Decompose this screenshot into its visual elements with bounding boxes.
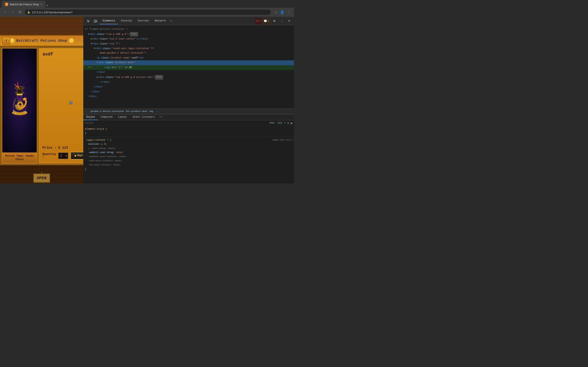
devtools-inspect-button[interactable] — [85, 18, 91, 24]
browser-window: ⚗ BatchCraft Potions Shop × + ← → ↻ 🔒 12… — [0, 0, 294, 184]
styles-tab-layout[interactable]: Layout — [115, 114, 130, 120]
product-image-card: Potion Type: Snake Charm — [2, 48, 37, 164]
purchase-dot-left — [75, 155, 76, 157]
price-value: 123 — [62, 146, 68, 150]
tree-line[interactable]: er framed potions-container > — [83, 27, 294, 32]
devtools-device-button[interactable] — [92, 18, 99, 24]
tree-line[interactable]: <p class="product-name">asdf</p> — [83, 56, 294, 60]
devtools-more-options[interactable]: ⋮ — [278, 18, 285, 24]
shop-coin-right: 🪙 — [69, 38, 74, 43]
product-detail-card: asdf 📷 Price : $ 123 Quantity : — [39, 48, 83, 164]
filter-copy-icon[interactable]: ⊞ — [287, 121, 289, 125]
warning-icon: ⚠ — [88, 147, 90, 150]
product-description-area: 📷 — [43, 59, 83, 146]
svg-point-17 — [25, 111, 26, 113]
price-display: Price : $ 123 — [43, 146, 83, 150]
tab-bar: ⚗ BatchCraft Potions Shop × + — [0, 0, 294, 8]
devtools-error-badge[interactable]: ✕ 1 — [255, 18, 262, 24]
devtools-toolbar: Elements Console Sources Network » ✕ 1 — [83, 17, 294, 25]
filter-add-button[interactable]: + — [284, 121, 286, 125]
tab-favicon: ⚗ — [5, 3, 8, 6]
styles-filter-input[interactable] — [85, 122, 267, 124]
tree-line-selected[interactable]: ▼<div class="product-desc"> — [83, 60, 294, 65]
svg-point-16 — [13, 110, 14, 111]
devtools-warning-badge[interactable]: 💬 1 — [262, 18, 270, 24]
styles-rules: element.style { } .rpgui-content * { rpg… — [83, 126, 294, 184]
styles-filter-bar: :hov .cls + ⊞ ▦ — [83, 120, 294, 126]
toolbar-extensions: ☆ 👤 ⋮ — [273, 9, 292, 15]
tree-line[interactable]: …</div> — [83, 80, 294, 85]
game-bottom-decoration: OPEN — [0, 165, 83, 184]
breadcrumb-dots: ... — [85, 110, 89, 113]
potion-type-label: Potion Type: Snake Charm — [2, 152, 37, 163]
svg-point-21 — [95, 22, 95, 22]
bookmark-button[interactable]: ☆ — [273, 9, 278, 15]
new-tab-button[interactable]: + — [46, 3, 49, 8]
open-sign: OPEN — [33, 174, 50, 183]
reload-button[interactable]: ↻ — [17, 9, 23, 15]
svg-point-9 — [15, 86, 25, 89]
devtools-settings-button[interactable]: ⚙ — [271, 18, 278, 24]
devtools-tab-elements[interactable]: Elements — [100, 17, 118, 24]
forward-button[interactable]: → — [10, 9, 16, 15]
tree-line[interactable]: </div> — [83, 90, 294, 94]
tab-title: BatchCraft Potions Shop — [10, 3, 39, 6]
tree-line[interactable]: </div> — [83, 94, 294, 99]
style-rule-rpgui: .rpgui-content * { rpgui.min.css:1 outli… — [83, 138, 294, 172]
browser-toolbar: ← → ↻ 🔒 127.0.0.1:1337/products/preview/… — [0, 8, 294, 17]
potion-illustration — [5, 80, 34, 121]
style-source[interactable]: rpgui.min.css:1 — [272, 138, 292, 142]
game-preview-area: 🪙 BatchCraft Potions Shop 🪙 — [0, 17, 83, 184]
html-tree[interactable]: er framed potions-container > ▼<div clas… — [83, 25, 294, 108]
styles-tab-computed[interactable]: Computed — [98, 114, 115, 120]
security-lock-icon: 🔒 — [27, 11, 30, 14]
address-bar[interactable]: 🔒 127.0.0.1:1337/products/preview/7 — [25, 9, 271, 15]
tree-line[interactable]: </div> — [83, 70, 294, 75]
style-selector: element.style { — [85, 128, 107, 131]
breadcrumb-item-desc[interactable]: div.product-desc — [126, 110, 148, 113]
tree-line[interactable]: ▼<div class="row w-100 g-0">flex — [83, 32, 294, 37]
devtools-tab-console[interactable]: Console — [118, 17, 135, 24]
tree-line[interactable]: ••• <img src="x"> == $0 — [83, 65, 294, 70]
profile-button[interactable]: 👤 — [279, 9, 285, 15]
breadcrumb-more: ... — [155, 110, 159, 113]
filter-hov[interactable]: :hov — [269, 122, 275, 124]
filter-layout-icon[interactable]: ▦ — [291, 121, 292, 125]
devtools-more-tabs[interactable]: » — [169, 17, 173, 24]
product-name: asdf — [43, 52, 83, 57]
svg-point-13 — [17, 100, 22, 104]
back-button[interactable]: ← — [2, 9, 8, 15]
product-area: Potion Type: Snake Charm asdf 📷 Price : … — [0, 46, 83, 165]
active-tab[interactable]: ⚗ BatchCraft Potions Shop × — [2, 1, 45, 8]
tree-line[interactable]: </div> — [83, 85, 294, 90]
tree-line[interactable]: ▶<div class="row w-100 g-0 action-row">f… — [83, 75, 294, 80]
svg-point-18 — [15, 113, 16, 114]
tree-line[interactable]: ▼<div class="col-7"> — [83, 42, 294, 47]
styles-tab-event-listeners[interactable]: Event Listeners — [130, 114, 158, 120]
quantity-row: Quantity : 1 2 3 5 10 — [43, 152, 83, 160]
quantity-select[interactable]: 1 2 3 5 10 — [58, 152, 68, 159]
styles-panel: Styles Computed Layout Event Listeners >… — [83, 114, 294, 184]
devtools-close-button[interactable]: ✕ — [286, 18, 292, 24]
tab-close-button[interactable]: × — [40, 3, 42, 6]
purchase-button[interactable]: Purchase — [70, 152, 83, 160]
styles-more-tabs[interactable]: >> — [158, 114, 164, 120]
tree-line[interactable]: ▼<div class="reset-pos rpgui-container f… — [83, 46, 294, 55]
menu-button[interactable]: ⋮ — [286, 9, 292, 15]
devtools-tab-sources[interactable]: Sources — [135, 17, 152, 24]
devtools-breadcrumb: ... golden-2.detail-container div.produc… — [83, 108, 294, 114]
back-to-shop-button[interactable] — [2, 37, 10, 45]
devtools-tab-network[interactable]: Network — [152, 17, 169, 24]
quantity-label: Quantity : — [43, 152, 56, 159]
styles-tabs: Styles Computed Layout Event Listeners >… — [83, 114, 294, 120]
breadcrumb-item-img[interactable]: img — [149, 110, 153, 113]
styles-tab-styles[interactable]: Styles — [83, 114, 98, 120]
svg-rect-20 — [96, 20, 97, 22]
filter-cls[interactable]: .cls — [276, 122, 282, 124]
style-rule-element: element.style { } — [83, 127, 294, 136]
tree-line[interactable]: ▶<div class="col-5 text-center">…</div> — [83, 37, 294, 42]
breadcrumb-item-container[interactable]: golden-2.detail-container — [91, 110, 124, 113]
main-area: 🪙 BatchCraft Potions Shop 🪙 — [0, 17, 294, 184]
style-selector-rpgui: .rpgui-content * { — [85, 139, 112, 142]
game-top-decoration — [0, 17, 83, 35]
